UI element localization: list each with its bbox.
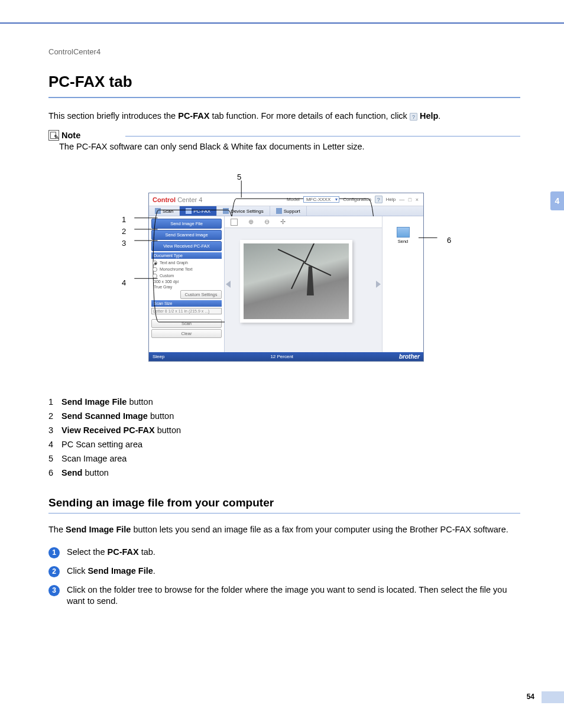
color-depth-value: True Gray <box>151 285 222 289</box>
subsection-rule <box>48 513 520 514</box>
document-type-header: Document Type <box>151 252 222 259</box>
doctype-custom[interactable]: Custom <box>151 273 222 278</box>
callout-4: 4 <box>122 278 126 287</box>
title-rule <box>48 97 520 98</box>
legend-item: 4PC Scan setting area <box>48 440 520 449</box>
intro-paragraph: This section briefly introduces the PC-F… <box>48 111 520 121</box>
crosshair-icon[interactable]: ✢ <box>280 218 286 226</box>
send-icon[interactable] <box>397 227 410 238</box>
tab-scan[interactable]: Scan <box>149 206 180 216</box>
controlcenter4-window: Control Center 4 Model MFC-XXXX Configur… <box>148 193 424 362</box>
scan-size-header: Scan Size <box>151 300 222 307</box>
chapter-side-tab: 4 <box>550 191 564 210</box>
running-header: ControlCenter4 <box>48 47 520 56</box>
step-number: 3 <box>48 585 60 596</box>
preview-image <box>240 240 352 323</box>
brand-logo: brother <box>399 353 420 360</box>
legend-item: 1Send Image File button <box>48 397 520 407</box>
doctype-text-graph[interactable]: Text and Graph <box>151 260 222 265</box>
model-dropdown[interactable]: MFC-XXXX <box>303 196 339 203</box>
tab-pcfax[interactable]: PC-FAX <box>180 206 217 216</box>
status-percent: 12 Percent <box>270 354 293 359</box>
legend-item: 5Scan Image area <box>48 454 520 463</box>
legend-item: 6Send button <box>48 468 520 477</box>
tab-device-settings[interactable]: Device Settings <box>217 206 270 216</box>
preview-area: ⊕ ⊖ ✢ <box>225 216 382 352</box>
resolution-value: 300 x 300 dpi <box>151 280 222 284</box>
callout-2: 2 <box>122 227 126 236</box>
note-label: Note <box>61 131 80 140</box>
step-item: 1 Select the PC-FAX tab. <box>48 547 520 558</box>
page-number: 54 <box>527 693 534 701</box>
left-panel: Send Image File Send Scanned Image View … <box>149 216 225 352</box>
pcfax-tab-icon <box>186 208 192 214</box>
page-title: PC-FAX tab <box>48 73 520 91</box>
help-link[interactable]: Help <box>386 197 396 202</box>
scan-tab-icon <box>155 208 161 214</box>
subsection-paragraph: The Send Image File button lets you send… <box>48 524 520 536</box>
window-controls[interactable]: — □ × <box>399 197 420 203</box>
callout-6: 6 <box>447 236 451 245</box>
subsection-title: Sending an image file from your computer <box>48 496 520 509</box>
help-icon: ? <box>410 113 417 121</box>
scan-button[interactable]: Scan <box>151 319 222 328</box>
legend-list: 1Send Image File button 2Send Scanned Im… <box>48 397 520 477</box>
device-tab-icon <box>223 208 229 214</box>
fit-icon[interactable] <box>231 219 238 226</box>
screenshot-figure: 1 2 3 4 5 6 Control Center 4 Model M <box>101 175 468 362</box>
right-panel: Send <box>382 216 423 352</box>
status-left: Sleep <box>153 354 164 359</box>
scan-size-dropdown[interactable]: Letter 8 1/2 x 11 in (215.9 x ...) <box>151 308 222 314</box>
steps-list: 1 Select the PC-FAX tab. 2 Click Send Im… <box>48 547 520 607</box>
clear-button[interactable]: Clear <box>151 329 222 338</box>
zoom-in-icon[interactable]: ⊕ <box>248 218 254 226</box>
next-arrow-icon[interactable] <box>376 281 381 288</box>
legend-item: 3View Received PC-FAX button <box>48 425 520 435</box>
note-body: The PC-FAX software can only send Black … <box>48 142 520 151</box>
send-image-file-button[interactable]: Send Image File <box>151 219 222 229</box>
note-box: Note The PC-FAX software can only send B… <box>48 130 520 151</box>
configuration-link[interactable]: Configuration <box>343 197 371 202</box>
tab-support[interactable]: Support <box>270 206 307 216</box>
legend-item: 2Send Scanned Image button <box>48 411 520 421</box>
app-logo: Control Center 4 <box>153 196 202 203</box>
note-icon <box>48 130 59 141</box>
send-button[interactable]: Send <box>391 239 415 244</box>
prev-arrow-icon[interactable] <box>226 281 231 288</box>
step-item: 3 Click on the folder tree to browse for… <box>48 584 520 607</box>
support-tab-icon <box>276 208 282 214</box>
custom-settings-button[interactable]: Custom Settings <box>180 290 222 299</box>
view-received-pcfax-button[interactable]: View Received PC-FAX <box>151 241 222 251</box>
doctype-monochrome[interactable]: Monochrome Text <box>151 266 222 272</box>
model-label: Model <box>287 197 300 202</box>
callout-5: 5 <box>237 173 241 181</box>
callout-1: 1 <box>122 215 126 224</box>
help-titlebar-icon[interactable]: ? <box>375 196 383 203</box>
callout-3: 3 <box>122 239 126 248</box>
zoom-out-icon[interactable]: ⊖ <box>264 218 270 226</box>
send-scanned-image-button[interactable]: Send Scanned Image <box>151 230 222 240</box>
step-item: 2 Click Send Image File. <box>48 566 520 577</box>
step-number: 1 <box>48 547 60 558</box>
step-number: 2 <box>48 566 60 577</box>
